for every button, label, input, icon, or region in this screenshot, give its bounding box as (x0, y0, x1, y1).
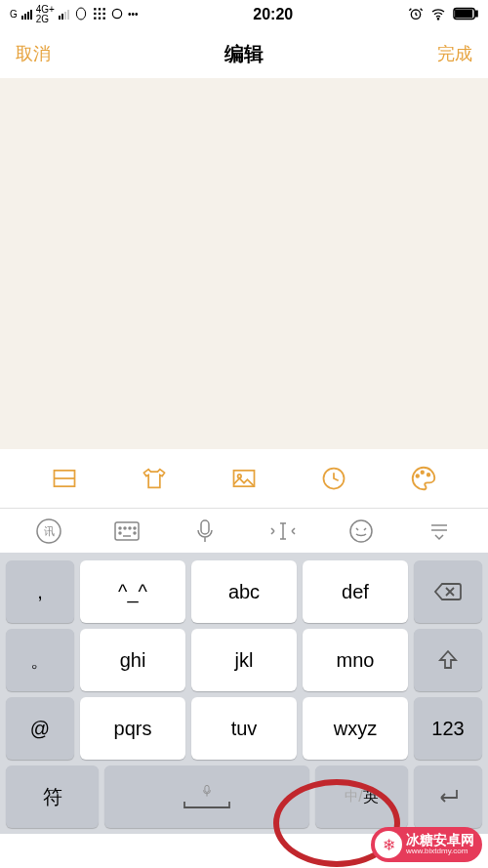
collapse-keyboard-icon[interactable] (422, 514, 457, 549)
alarm-icon (408, 6, 424, 24)
clock: 20:20 (138, 6, 408, 23)
svg-point-31 (119, 532, 121, 534)
watermark-logo-icon: ❄ (375, 831, 402, 858)
svg-rect-8 (99, 17, 101, 19)
svg-rect-9 (102, 17, 104, 19)
key-comma[interactable]: , (6, 560, 74, 623)
more-icon: ••• (128, 10, 139, 20)
svg-point-0 (76, 8, 85, 20)
space-key[interactable] (104, 765, 309, 828)
status-left: G 4G+ 2G ••• (10, 5, 138, 24)
nav-bar: 取消 编辑 完成 (0, 29, 488, 78)
key-123[interactable]: 123 (414, 697, 482, 760)
key-tuv[interactable]: tuv (191, 697, 297, 760)
cursor-icon[interactable] (265, 514, 301, 549)
key-mno[interactable]: mno (303, 629, 408, 691)
grid-icon (93, 7, 106, 23)
lang-cn-label: 中 (345, 788, 358, 806)
shift-key[interactable] (414, 629, 482, 691)
key-ghi[interactable]: ghi (80, 629, 185, 691)
svg-point-10 (112, 9, 121, 18)
battery-icon (453, 7, 478, 23)
wifi-icon (429, 6, 447, 24)
page-title: 编辑 (51, 41, 437, 67)
note-toolbar (0, 449, 488, 508)
signal-icon (21, 10, 32, 20)
key-pqrs[interactable]: pqrs (80, 697, 185, 760)
svg-point-32 (134, 532, 136, 534)
watermark-url: www.bixtdmy.com (406, 847, 474, 856)
microphone-icon[interactable] (187, 514, 223, 549)
enter-key[interactable] (414, 765, 482, 828)
circle-icon (110, 7, 124, 23)
svg-rect-26 (115, 522, 139, 540)
watermark: ❄ 冰糖安卓网 www.bixtdmy.com (371, 827, 482, 862)
key-at[interactable]: @ (6, 697, 74, 760)
signal-icon-2 (59, 10, 69, 20)
key-jkl[interactable]: jkl (191, 629, 297, 691)
key-wxyz[interactable]: wxyz (303, 697, 408, 760)
svg-rect-34 (201, 520, 209, 534)
svg-rect-3 (102, 8, 104, 10)
svg-point-35 (350, 520, 372, 542)
svg-point-27 (119, 527, 121, 529)
status-right (408, 6, 478, 24)
svg-rect-2 (99, 8, 101, 10)
svg-point-23 (427, 474, 430, 476)
clock-icon[interactable] (318, 463, 349, 494)
svg-point-12 (437, 18, 438, 19)
network-label-2: 2G (36, 15, 49, 24)
svg-rect-7 (94, 17, 96, 19)
palette-icon[interactable] (408, 463, 439, 494)
svg-text:讯: 讯 (44, 525, 55, 537)
symbols-key[interactable]: 符 (6, 765, 99, 828)
ime-toolbar: 讯 (0, 508, 488, 553)
svg-rect-38 (205, 785, 209, 792)
svg-rect-1 (94, 8, 96, 10)
qq-icon (73, 6, 89, 24)
svg-rect-4 (94, 12, 96, 14)
keyboard-icon[interactable] (109, 514, 144, 549)
note-edit-area[interactable] (0, 78, 488, 449)
svg-point-29 (129, 527, 131, 529)
done-button[interactable]: 完成 (437, 42, 472, 65)
list-icon[interactable] (49, 463, 80, 494)
backspace-key[interactable] (414, 560, 482, 623)
image-icon[interactable] (228, 463, 260, 494)
svg-rect-6 (102, 12, 104, 14)
svg-point-28 (124, 527, 126, 529)
svg-point-30 (134, 527, 136, 529)
tshirt-icon[interactable] (139, 463, 170, 494)
cancel-button[interactable]: 取消 (16, 42, 51, 65)
key-def[interactable]: def (303, 560, 408, 623)
key-period[interactable]: 。 (6, 629, 74, 691)
ime-logo-button[interactable]: 讯 (31, 514, 66, 549)
keyboard: , ^_^ abc def 。 ghi jkl mno @ pqrs tuv w… (0, 553, 488, 834)
svg-rect-15 (456, 10, 472, 17)
svg-rect-14 (475, 11, 477, 17)
lang-en-label: 英 (363, 787, 379, 807)
svg-point-21 (417, 475, 420, 477)
svg-point-22 (422, 472, 425, 475)
status-bar: G 4G+ 2G ••• 20:20 (0, 0, 488, 29)
language-toggle-key[interactable]: 中/英 (315, 765, 408, 828)
key-emoticon[interactable]: ^_^ (80, 560, 185, 623)
carrier-label: G (10, 10, 18, 20)
emoji-icon[interactable] (344, 514, 379, 549)
watermark-title: 冰糖安卓网 (406, 833, 474, 847)
key-abc[interactable]: abc (191, 560, 297, 623)
svg-rect-5 (99, 12, 101, 14)
